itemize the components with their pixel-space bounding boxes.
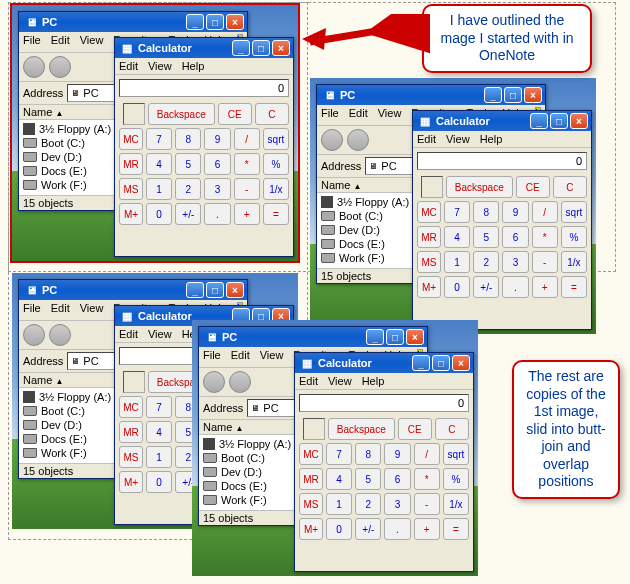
calc-titlebar[interactable]: ▦ Calculator _ □ × [413, 111, 591, 131]
calc-key[interactable]: 9 [384, 443, 410, 465]
calc-key[interactable]: 1 [444, 251, 470, 273]
forward-button[interactable] [49, 324, 71, 346]
mplus-button[interactable]: M+ [119, 471, 143, 493]
calc-key[interactable]: 6 [502, 226, 528, 248]
calc-key[interactable]: + [234, 203, 260, 225]
calc-key[interactable]: +/- [175, 203, 201, 225]
maximize-button[interactable]: □ [386, 329, 404, 345]
maximize-button[interactable]: □ [206, 14, 224, 30]
maximize-button[interactable]: □ [252, 40, 270, 56]
calc-key[interactable]: 9 [502, 201, 528, 223]
close-button[interactable]: × [406, 329, 424, 345]
calc-key[interactable]: 4 [146, 153, 172, 175]
minimize-button[interactable]: _ [484, 87, 502, 103]
mplus-button[interactable]: M+ [417, 276, 441, 298]
mplus-button[interactable]: M+ [299, 518, 323, 540]
calc-key[interactable]: = [443, 518, 469, 540]
calc-key[interactable]: 0 [326, 518, 352, 540]
calc-key[interactable]: / [532, 201, 558, 223]
menu-help[interactable]: Help [480, 133, 503, 145]
backspace-button[interactable]: Backspace [148, 103, 215, 125]
calc-key[interactable]: +/- [355, 518, 381, 540]
calc-key[interactable]: 7 [444, 201, 470, 223]
calc-key[interactable]: % [263, 153, 289, 175]
calc-key[interactable]: 7 [146, 128, 172, 150]
menu-edit[interactable]: Edit [349, 107, 368, 123]
calc-titlebar[interactable]: ▦ Calculator _ □ × [295, 353, 473, 373]
calc-key[interactable]: 6 [204, 153, 230, 175]
calc-key[interactable]: 2 [473, 251, 499, 273]
calc-key[interactable]: % [443, 468, 469, 490]
close-button[interactable]: × [570, 113, 588, 129]
calc-key[interactable]: - [414, 493, 440, 515]
calc-key[interactable]: + [532, 276, 558, 298]
calc-key[interactable]: 1 [146, 446, 172, 468]
mplus-button[interactable]: M+ [119, 203, 143, 225]
calc-key[interactable]: * [532, 226, 558, 248]
calc-key[interactable]: 3 [502, 251, 528, 273]
backspace-button[interactable]: Backspace [446, 176, 513, 198]
ms-button[interactable]: MS [417, 251, 441, 273]
calc-key[interactable]: 8 [355, 443, 381, 465]
back-button[interactable] [23, 56, 45, 78]
calc-key[interactable]: 7 [146, 396, 172, 418]
calc-key[interactable]: 4 [146, 421, 172, 443]
pc-titlebar[interactable]: 🖥 PC _ □ × [19, 280, 247, 300]
menu-file[interactable]: File [203, 349, 221, 365]
c-button[interactable]: C [255, 103, 289, 125]
calc-key[interactable]: 1/x [263, 178, 289, 200]
calc-key[interactable]: - [532, 251, 558, 273]
menu-edit[interactable]: Edit [51, 302, 70, 318]
menu-help[interactable]: Help [362, 375, 385, 387]
calc-key[interactable]: 8 [473, 201, 499, 223]
close-button[interactable]: × [524, 87, 542, 103]
forward-button[interactable] [347, 129, 369, 151]
pc-titlebar[interactable]: 🖥 PC _ □ × [317, 85, 545, 105]
menu-edit[interactable]: Edit [119, 328, 138, 340]
calc-key[interactable]: sqrt [561, 201, 587, 223]
calc-key[interactable]: 3 [204, 178, 230, 200]
mr-button[interactable]: MR [299, 468, 323, 490]
calc-key[interactable]: +/- [473, 276, 499, 298]
calc-key[interactable]: . [384, 518, 410, 540]
calc-key[interactable]: 2 [175, 178, 201, 200]
calc-key[interactable]: 0 [444, 276, 470, 298]
minimize-button[interactable]: _ [232, 40, 250, 56]
calc-key[interactable]: 6 [384, 468, 410, 490]
c-button[interactable]: C [553, 176, 587, 198]
ce-button[interactable]: CE [398, 418, 432, 440]
calc-key[interactable]: 4 [444, 226, 470, 248]
minimize-button[interactable]: _ [412, 355, 430, 371]
menu-view[interactable]: View [148, 328, 172, 340]
forward-button[interactable] [49, 56, 71, 78]
menu-view[interactable]: View [148, 60, 172, 72]
calc-key[interactable]: . [204, 203, 230, 225]
mr-button[interactable]: MR [119, 421, 143, 443]
calc-key[interactable]: 1 [326, 493, 352, 515]
calc-key[interactable]: / [414, 443, 440, 465]
back-button[interactable] [321, 129, 343, 151]
calc-key[interactable]: 3 [384, 493, 410, 515]
ce-button[interactable]: CE [218, 103, 252, 125]
calc-key[interactable]: 8 [175, 128, 201, 150]
forward-button[interactable] [229, 371, 251, 393]
mc-button[interactable]: MC [119, 396, 143, 418]
menu-edit[interactable]: Edit [231, 349, 250, 365]
menu-edit[interactable]: Edit [417, 133, 436, 145]
calc-key[interactable]: . [502, 276, 528, 298]
mr-button[interactable]: MR [119, 153, 143, 175]
maximize-button[interactable]: □ [432, 355, 450, 371]
menu-file[interactable]: File [23, 34, 41, 50]
pc-titlebar[interactable]: 🖥 PC _ □ × [199, 327, 427, 347]
menu-file[interactable]: File [23, 302, 41, 318]
close-button[interactable]: × [226, 282, 244, 298]
mc-button[interactable]: MC [417, 201, 441, 223]
calc-key[interactable]: sqrt [263, 128, 289, 150]
menu-edit[interactable]: Edit [299, 375, 318, 387]
ms-button[interactable]: MS [119, 446, 143, 468]
mc-button[interactable]: MC [119, 128, 143, 150]
back-button[interactable] [23, 324, 45, 346]
maximize-button[interactable]: □ [550, 113, 568, 129]
calc-key[interactable]: = [561, 276, 587, 298]
calc-key[interactable]: 5 [355, 468, 381, 490]
